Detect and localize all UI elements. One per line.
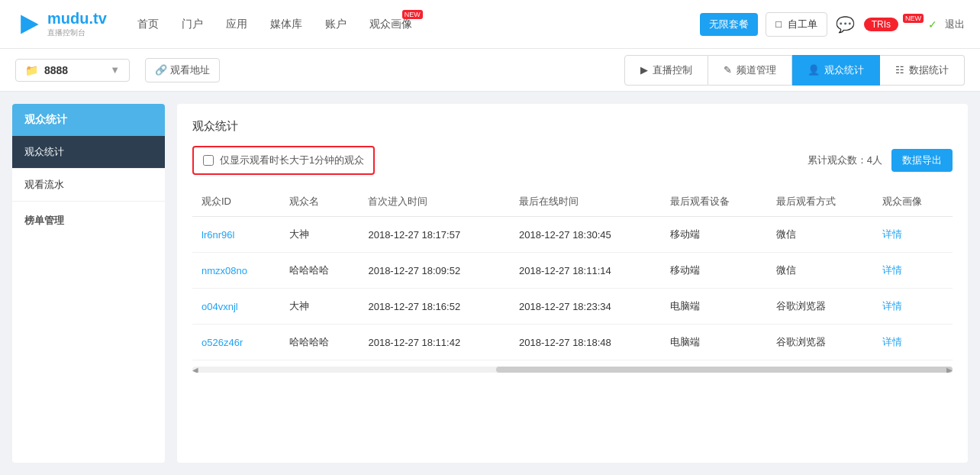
col-portrait: 观众画像 [873, 187, 953, 217]
filter-bar: 仅显示观看时长大于1分钟的观众 累计观众数：4人 数据导出 [192, 146, 953, 175]
cell-device: 电脑端 [661, 325, 767, 360]
cell-portrait: 详情 [873, 253, 953, 289]
subnav-data-stats[interactable]: ☷ 数据统计 [880, 55, 965, 86]
cell-name: 哈哈哈哈 [280, 253, 359, 289]
badge-new2: NEW [903, 14, 924, 23]
subnav-channel-manage[interactable]: ✎ 频道管理 [708, 55, 792, 86]
subnav-channel-label: 频道管理 [737, 63, 776, 77]
table-row: nmzx08no 哈哈哈哈 2018-12-27 18:09:52 2018-1… [192, 253, 953, 289]
cell-last-online: 2018-12-27 18:30:45 [510, 217, 661, 253]
portrait-detail-link[interactable]: 详情 [882, 228, 902, 240]
cell-first-enter: 2018-12-27 18:09:52 [359, 253, 510, 289]
nav-home[interactable]: 首页 [137, 18, 159, 31]
col-device: 最后观看设备 [661, 187, 767, 217]
cell-last-online: 2018-12-27 18:23:34 [510, 289, 661, 325]
play-icon: ▶ [640, 64, 648, 76]
audience-id-link[interactable]: o04vxnjl [201, 301, 238, 312]
filter-checkbox[interactable] [203, 155, 214, 166]
nav-apps[interactable]: 应用 [226, 18, 247, 31]
link-icon: 🔗 [155, 64, 167, 76]
cell-portrait: 详情 [873, 325, 953, 360]
subnav-live-label: 直播控制 [653, 63, 692, 77]
cell-id: nmzx08no [192, 253, 280, 289]
table-row: o526z46r 哈哈哈哈 2018-12-27 18:11:42 2018-1… [192, 325, 953, 360]
export-button[interactable]: 数据导出 [891, 149, 953, 172]
horizontal-scrollbar[interactable]: ◀ ▶ [192, 367, 953, 373]
filter-label[interactable]: 仅显示观看时长大于1分钟的观众 [220, 153, 364, 167]
main-header: mudu.tv 直播控制台 首页 门户 应用 媒体库 账户 观众画像 NEW 无… [0, 0, 980, 49]
portrait-detail-link[interactable]: 详情 [882, 336, 902, 347]
cell-method: 微信 [767, 217, 873, 253]
sidebar-item-audience-stats[interactable]: 观众统计 [12, 136, 165, 169]
nav-audience[interactable]: 观众画像 NEW [369, 18, 412, 31]
main-panel: 观众统计 仅显示观看时长大于1分钟的观众 累计观众数：4人 数据导出 观众ID … [177, 104, 968, 463]
audience-table: 观众ID 观众名 首次进入时间 最后在线时间 最后观看设备 最后观看方式 观众画… [192, 187, 953, 360]
order-button[interactable]: □ 自工单 [766, 12, 827, 37]
cell-device: 电脑端 [661, 289, 767, 325]
cell-last-online: 2018-12-27 18:11:14 [510, 253, 661, 289]
watch-link-button[interactable]: 🔗 观看地址 [145, 58, 220, 82]
folder-icon: 📁 [25, 64, 38, 76]
nav-account[interactable]: 账户 [325, 18, 347, 31]
user-icon: 👤 [808, 64, 820, 76]
cell-portrait: 详情 [873, 289, 953, 325]
cell-name: 哈哈哈哈 [280, 325, 359, 360]
sub-nav: ▶ 直播控制 ✎ 频道管理 👤 观众统计 ☷ 数据统计 [624, 55, 965, 86]
unlimited-plan-button[interactable]: 无限套餐 [700, 13, 758, 36]
subnav-data-label: 数据统计 [909, 63, 949, 77]
nav-media[interactable]: 媒体库 [270, 18, 302, 31]
chart-icon: ☷ [895, 64, 904, 76]
cell-portrait: 详情 [873, 217, 953, 253]
subnav-audience-stats[interactable]: 👤 观众统计 [792, 55, 880, 86]
channel-selector[interactable]: 📁 8888 ▼ [15, 59, 130, 82]
watch-link-label: 观看地址 [170, 63, 210, 77]
sidebar-item-watch-flow[interactable]: 观看流水 [12, 169, 165, 202]
table-body: lr6nr96l 大神 2018-12-27 18:17:57 2018-12-… [192, 217, 953, 360]
table-scroll-area: 观众ID 观众名 首次进入时间 最后在线时间 最后观看设备 最后观看方式 观众画… [192, 187, 953, 373]
chat-icon[interactable]: 💬 [835, 14, 856, 35]
table-row: lr6nr96l 大神 2018-12-27 18:17:57 2018-12-… [192, 217, 953, 253]
table-header: 观众ID 观众名 首次进入时间 最后在线时间 最后观看设备 最后观看方式 观众画… [192, 187, 953, 217]
header-right: 无限套餐 □ 自工单 💬 TRIs NEW ✓ 退出 [700, 12, 965, 37]
new-badge: NEW [402, 10, 423, 19]
user-area[interactable]: TRIs NEW ✓ [864, 18, 937, 31]
col-id: 观众ID [192, 187, 280, 217]
scroll-left-icon[interactable]: ◀ [192, 366, 198, 373]
edit-icon: ✎ [724, 64, 732, 76]
channel-id: 8888 [44, 64, 68, 76]
nav-portal[interactable]: 门户 [182, 18, 203, 31]
cell-id: o526z46r [192, 325, 280, 360]
order-icon: □ [775, 18, 782, 30]
cell-first-enter: 2018-12-27 18:16:52 [359, 289, 510, 325]
col-last-online: 最后在线时间 [510, 187, 661, 217]
panel-title: 观众统计 [192, 119, 953, 134]
audience-id-link[interactable]: nmzx08no [201, 265, 247, 276]
cell-method: 微信 [767, 253, 873, 289]
subnav-live-control[interactable]: ▶ 直播控制 [624, 55, 708, 86]
cell-last-online: 2018-12-27 18:18:48 [510, 325, 661, 360]
sidebar-section-title: 观众统计 [12, 104, 165, 136]
scroll-right-icon[interactable]: ▶ [946, 366, 953, 373]
logo: mudu.tv 直播控制台 [15, 10, 107, 38]
cell-first-enter: 2018-12-27 18:17:57 [359, 217, 510, 253]
cell-name: 大神 [280, 217, 359, 253]
sidebar: 观众统计 观众统计 观看流水 榜单管理 [12, 104, 165, 463]
sidebar-group-leaderboard: 榜单管理 [12, 202, 165, 234]
audience-id-link[interactable]: lr6nr96l [201, 229, 234, 241]
total-count: 累计观众数：4人 [808, 153, 882, 167]
table-row: o04vxnjl 大神 2018-12-27 18:16:52 2018-12-… [192, 289, 953, 325]
checkmark-icon: ✓ [928, 18, 937, 31]
cell-device: 移动端 [661, 217, 767, 253]
scroll-thumb[interactable] [496, 367, 953, 373]
cell-name: 大神 [280, 289, 359, 325]
main-nav: 首页 门户 应用 媒体库 账户 观众画像 NEW [137, 18, 700, 31]
portrait-detail-link[interactable]: 详情 [882, 300, 902, 312]
user-name: TRIs [864, 18, 898, 31]
audience-id-link[interactable]: o526z46r [201, 337, 243, 348]
portrait-detail-link[interactable]: 详情 [882, 264, 902, 276]
filter-checkbox-area: 仅显示观看时长大于1分钟的观众 [192, 146, 375, 175]
order-label: 自工单 [788, 18, 817, 30]
logo-text: mudu.tv 直播控制台 [47, 10, 107, 38]
content-area: 观众统计 观众统计 观看流水 榜单管理 观众统计 仅显示观看时长大于1分钟的观众… [0, 92, 980, 475]
logout-button[interactable]: 退出 [945, 18, 965, 31]
